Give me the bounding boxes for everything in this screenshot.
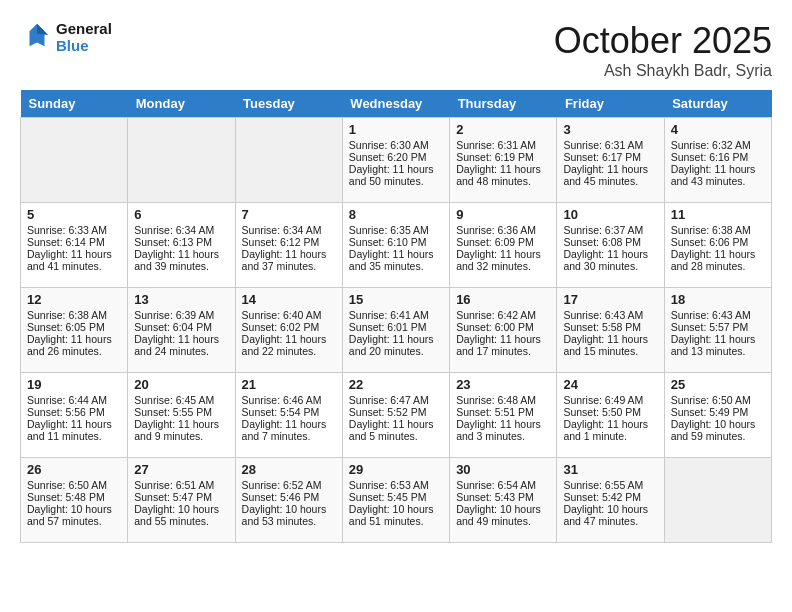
week-row-3: 12Sunrise: 6:38 AMSunset: 6:05 PMDayligh… <box>21 288 772 373</box>
cell-info: Sunrise: 6:41 AM <box>349 309 443 321</box>
cell-info: Sunset: 5:58 PM <box>563 321 657 333</box>
day-number: 20 <box>134 377 228 392</box>
cell-info: Sunrise: 6:45 AM <box>134 394 228 406</box>
cell-info: Sunset: 6:06 PM <box>671 236 765 248</box>
cell-info: Sunset: 6:01 PM <box>349 321 443 333</box>
week-row-5: 26Sunrise: 6:50 AMSunset: 5:48 PMDayligh… <box>21 458 772 543</box>
calendar-cell: 1Sunrise: 6:30 AMSunset: 6:20 PMDaylight… <box>342 118 449 203</box>
title-block: October 2025 Ash Shaykh Badr, Syria <box>554 20 772 80</box>
cell-info: Sunrise: 6:30 AM <box>349 139 443 151</box>
day-number: 17 <box>563 292 657 307</box>
weekday-sunday: Sunday <box>21 90 128 118</box>
week-row-2: 5Sunrise: 6:33 AMSunset: 6:14 PMDaylight… <box>21 203 772 288</box>
day-number: 1 <box>349 122 443 137</box>
cell-info: Daylight: 11 hours and 26 minutes. <box>27 333 121 357</box>
day-number: 27 <box>134 462 228 477</box>
cell-info: Sunset: 6:02 PM <box>242 321 336 333</box>
cell-info: Daylight: 11 hours and 24 minutes. <box>134 333 228 357</box>
day-number: 16 <box>456 292 550 307</box>
weekday-friday: Friday <box>557 90 664 118</box>
cell-info: Sunset: 6:05 PM <box>27 321 121 333</box>
weekday-wednesday: Wednesday <box>342 90 449 118</box>
page-header: General Blue October 2025 Ash Shaykh Bad… <box>20 20 772 80</box>
calendar-cell: 10Sunrise: 6:37 AMSunset: 6:08 PMDayligh… <box>557 203 664 288</box>
cell-info: Daylight: 11 hours and 45 minutes. <box>563 163 657 187</box>
cell-info: Sunrise: 6:31 AM <box>456 139 550 151</box>
calendar-cell: 24Sunrise: 6:49 AMSunset: 5:50 PMDayligh… <box>557 373 664 458</box>
cell-info: Daylight: 10 hours and 57 minutes. <box>27 503 121 527</box>
weekday-tuesday: Tuesday <box>235 90 342 118</box>
svg-marker-1 <box>37 24 48 35</box>
cell-info: Sunset: 6:10 PM <box>349 236 443 248</box>
day-number: 24 <box>563 377 657 392</box>
weekday-header-row: SundayMondayTuesdayWednesdayThursdayFrid… <box>21 90 772 118</box>
calendar-cell: 27Sunrise: 6:51 AMSunset: 5:47 PMDayligh… <box>128 458 235 543</box>
day-number: 30 <box>456 462 550 477</box>
cell-info: Sunset: 6:13 PM <box>134 236 228 248</box>
cell-info: Daylight: 11 hours and 48 minutes. <box>456 163 550 187</box>
day-number: 26 <box>27 462 121 477</box>
cell-info: Daylight: 11 hours and 41 minutes. <box>27 248 121 272</box>
calendar-cell: 19Sunrise: 6:44 AMSunset: 5:56 PMDayligh… <box>21 373 128 458</box>
calendar-cell: 18Sunrise: 6:43 AMSunset: 5:57 PMDayligh… <box>664 288 771 373</box>
cell-info: Daylight: 11 hours and 32 minutes. <box>456 248 550 272</box>
cell-info: Daylight: 11 hours and 9 minutes. <box>134 418 228 442</box>
calendar-cell <box>235 118 342 203</box>
calendar-cell: 28Sunrise: 6:52 AMSunset: 5:46 PMDayligh… <box>235 458 342 543</box>
cell-info: Daylight: 10 hours and 47 minutes. <box>563 503 657 527</box>
cell-info: Sunset: 5:48 PM <box>27 491 121 503</box>
cell-info: Sunset: 5:54 PM <box>242 406 336 418</box>
calendar-cell: 17Sunrise: 6:43 AMSunset: 5:58 PMDayligh… <box>557 288 664 373</box>
calendar-cell: 15Sunrise: 6:41 AMSunset: 6:01 PMDayligh… <box>342 288 449 373</box>
cell-info: Sunrise: 6:44 AM <box>27 394 121 406</box>
calendar-cell: 12Sunrise: 6:38 AMSunset: 6:05 PMDayligh… <box>21 288 128 373</box>
cell-info: Daylight: 11 hours and 11 minutes. <box>27 418 121 442</box>
calendar-cell: 11Sunrise: 6:38 AMSunset: 6:06 PMDayligh… <box>664 203 771 288</box>
cell-info: Sunrise: 6:43 AM <box>563 309 657 321</box>
calendar-cell: 4Sunrise: 6:32 AMSunset: 6:16 PMDaylight… <box>664 118 771 203</box>
calendar-body: 1Sunrise: 6:30 AMSunset: 6:20 PMDaylight… <box>21 118 772 543</box>
cell-info: Daylight: 11 hours and 22 minutes. <box>242 333 336 357</box>
cell-info: Sunrise: 6:46 AM <box>242 394 336 406</box>
calendar-cell: 23Sunrise: 6:48 AMSunset: 5:51 PMDayligh… <box>450 373 557 458</box>
weekday-saturday: Saturday <box>664 90 771 118</box>
calendar-table: SundayMondayTuesdayWednesdayThursdayFrid… <box>20 90 772 543</box>
logo-text-general: General <box>56 20 112 37</box>
day-number: 29 <box>349 462 443 477</box>
cell-info: Daylight: 11 hours and 37 minutes. <box>242 248 336 272</box>
cell-info: Sunset: 5:51 PM <box>456 406 550 418</box>
cell-info: Sunset: 5:43 PM <box>456 491 550 503</box>
day-number: 10 <box>563 207 657 222</box>
cell-info: Sunrise: 6:32 AM <box>671 139 765 151</box>
cell-info: Sunset: 5:56 PM <box>27 406 121 418</box>
cell-info: Sunrise: 6:51 AM <box>134 479 228 491</box>
cell-info: Sunrise: 6:36 AM <box>456 224 550 236</box>
cell-info: Daylight: 10 hours and 59 minutes. <box>671 418 765 442</box>
cell-info: Sunrise: 6:52 AM <box>242 479 336 491</box>
day-number: 9 <box>456 207 550 222</box>
cell-info: Sunrise: 6:38 AM <box>27 309 121 321</box>
cell-info: Sunrise: 6:31 AM <box>563 139 657 151</box>
cell-info: Sunset: 5:45 PM <box>349 491 443 503</box>
cell-info: Daylight: 11 hours and 5 minutes. <box>349 418 443 442</box>
day-number: 23 <box>456 377 550 392</box>
weekday-monday: Monday <box>128 90 235 118</box>
calendar-cell: 13Sunrise: 6:39 AMSunset: 6:04 PMDayligh… <box>128 288 235 373</box>
day-number: 31 <box>563 462 657 477</box>
day-number: 15 <box>349 292 443 307</box>
day-number: 28 <box>242 462 336 477</box>
day-number: 22 <box>349 377 443 392</box>
cell-info: Sunrise: 6:39 AM <box>134 309 228 321</box>
location: Ash Shaykh Badr, Syria <box>554 62 772 80</box>
month-title: October 2025 <box>554 20 772 62</box>
day-number: 6 <box>134 207 228 222</box>
week-row-4: 19Sunrise: 6:44 AMSunset: 5:56 PMDayligh… <box>21 373 772 458</box>
cell-info: Sunset: 6:14 PM <box>27 236 121 248</box>
day-number: 12 <box>27 292 121 307</box>
cell-info: Sunset: 6:16 PM <box>671 151 765 163</box>
cell-info: Sunrise: 6:34 AM <box>134 224 228 236</box>
calendar-cell: 2Sunrise: 6:31 AMSunset: 6:19 PMDaylight… <box>450 118 557 203</box>
calendar-cell: 5Sunrise: 6:33 AMSunset: 6:14 PMDaylight… <box>21 203 128 288</box>
day-number: 13 <box>134 292 228 307</box>
cell-info: Sunset: 5:52 PM <box>349 406 443 418</box>
